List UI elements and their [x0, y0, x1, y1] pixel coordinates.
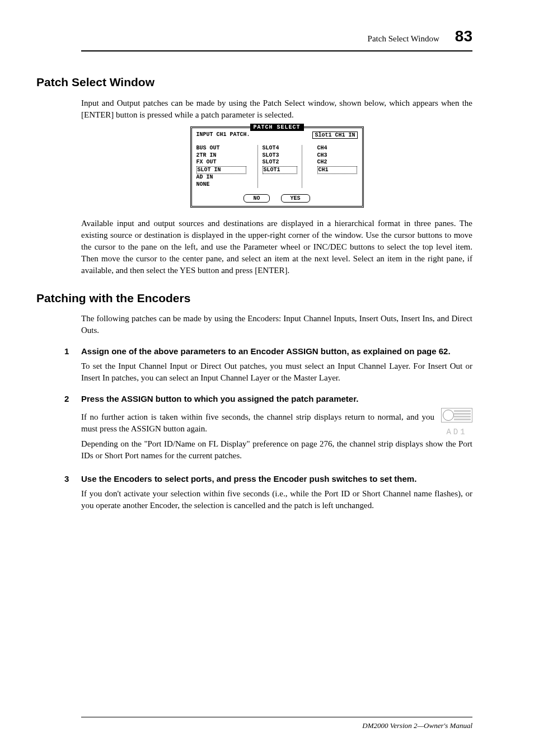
encoder-strip-icon	[441, 408, 472, 422]
list-item[interactable]: SLOT3	[263, 152, 297, 159]
section1-para2: Available input and output sources and d…	[81, 218, 472, 276]
list-item[interactable]: SLOT2	[263, 159, 297, 166]
list-item[interactable]: CH3	[317, 152, 357, 159]
fader-bars-icon	[454, 410, 471, 420]
patch-select-figure: PATCH SELECT INPUT CH1 PATCH. Slot1 CH1 …	[81, 126, 472, 208]
patch-window-subtitle: INPUT CH1 PATCH.	[196, 132, 250, 139]
patch-pane-left[interactable]: BUS OUT 2TR IN FX OUT SLOT IN AD IN NONE	[196, 145, 247, 188]
section2-intro: The following patches can be made by usi…	[81, 313, 472, 336]
step-2: 2 Press the ASSIGN button to which you a…	[64, 393, 472, 405]
step-3: 3 Use the Encoders to select ports, and …	[64, 473, 472, 485]
chapter-title: Patch Select Window	[368, 33, 439, 45]
patch-pane-right[interactable]: CH4 CH3 CH2 CH1	[313, 145, 358, 188]
step-2-body2: Depending on the "Port ID/Name on FL Dis…	[81, 438, 472, 462]
page-number: 83	[455, 25, 472, 47]
list-item-selected[interactable]: CH1	[317, 166, 357, 175]
patch-buttons-row: NO YES	[192, 192, 362, 206]
step-1: 1 Assign one of the above parameters to …	[64, 345, 472, 357]
step-3-body: If you don't activate your selection wit…	[81, 488, 472, 511]
list-item[interactable]: 2TR IN	[196, 152, 246, 159]
section-heading-patch-select: Patch Select Window	[36, 74, 472, 90]
step-2-body1: If no further action is taken within fiv…	[81, 411, 472, 435]
list-item-selected[interactable]: SLOT1	[263, 166, 297, 175]
list-item[interactable]: FX OUT	[196, 159, 246, 166]
section1-intro: Input and Output patches can be made by …	[81, 97, 472, 121]
list-item[interactable]: BUS OUT	[196, 145, 246, 152]
list-item[interactable]: CH4	[317, 145, 357, 152]
page-header: Patch Select Window 83	[81, 25, 472, 51]
step-1-body: To set the Input Channel Input or Direct…	[81, 360, 472, 384]
footer-text: DM2000 Version 2—Owner's Manual	[362, 721, 472, 730]
list-item[interactable]: SLOT4	[263, 145, 297, 152]
patch-panes: BUS OUT 2TR IN FX OUT SLOT IN AD IN NONE…	[192, 140, 362, 192]
page-footer: DM2000 Version 2—Owner's Manual	[81, 717, 472, 731]
list-item[interactable]: AD IN	[196, 174, 246, 181]
no-button[interactable]: NO	[243, 194, 269, 203]
patch-window-title: PATCH SELECT	[250, 124, 303, 132]
step-heading: Press the ASSIGN button to which you ass…	[81, 393, 472, 405]
encoder-display-label: AD1	[441, 427, 472, 438]
patch-select-window: PATCH SELECT INPUT CH1 PATCH. Slot1 CH1 …	[190, 126, 364, 208]
step-number: 1	[64, 345, 81, 357]
step-number: 3	[64, 473, 81, 485]
yes-button[interactable]: YES	[281, 194, 310, 203]
step-heading: Assign one of the above parameters to an…	[81, 345, 472, 357]
list-item[interactable]: NONE	[196, 181, 246, 189]
list-item-selected[interactable]: SLOT IN	[196, 166, 246, 175]
list-item[interactable]: CH2	[317, 159, 357, 166]
current-patch-display: Slot1 CH1 IN	[312, 132, 357, 139]
patch-pane-middle[interactable]: SLOT4 SLOT3 SLOT2 SLOT1	[257, 145, 302, 188]
section-heading-encoders: Patching with the Encoders	[36, 290, 472, 306]
encoder-figure: AD1	[441, 408, 472, 438]
step-2-content: AD1 If no further action is taken within…	[81, 408, 472, 464]
step-heading: Use the Encoders to select ports, and pr…	[81, 473, 472, 485]
step-number: 2	[64, 393, 81, 405]
encoder-dial-icon	[443, 410, 454, 421]
